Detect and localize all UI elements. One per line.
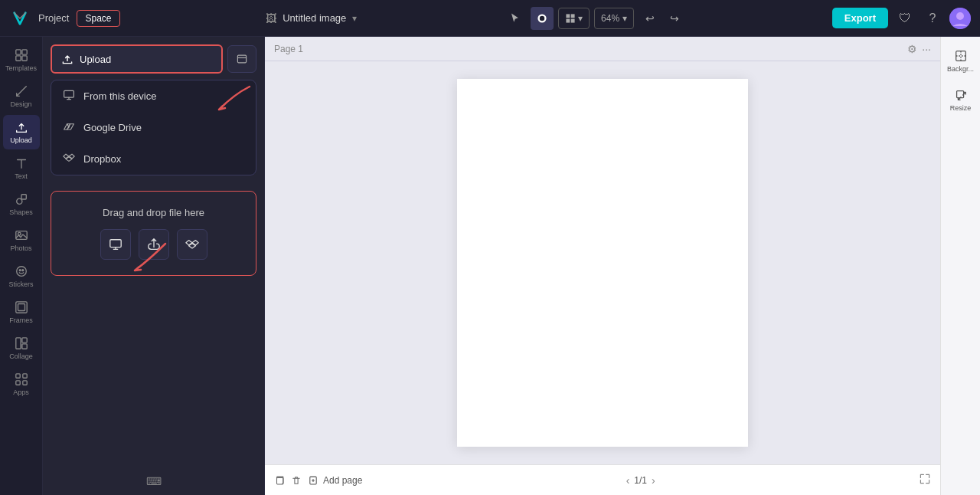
svg-rect-34: [956, 91, 963, 98]
upload-button-row: Upload: [51, 44, 256, 74]
canvas-top-bar: Page 1 ⚙ ···: [265, 37, 940, 61]
svg-rect-13: [21, 195, 26, 199]
topbar-right: Export 🛡 ?: [832, 8, 971, 29]
svg-point-17: [19, 270, 21, 271]
upload-dropdown: From this device Google Drive: [51, 80, 256, 175]
svg-rect-27: [22, 381, 26, 385]
delete-page-button[interactable]: [291, 475, 302, 486]
resize-label: Resize: [950, 104, 972, 112]
svg-rect-10: [15, 56, 20, 61]
pointer-tool-button[interactable]: [503, 7, 526, 30]
background-panel-button[interactable]: Backgr...: [944, 43, 978, 79]
sidebar-item-upload-label: Upload: [10, 136, 32, 144]
export-button[interactable]: Export: [832, 8, 888, 28]
sidebar-item-photos[interactable]: Photos: [3, 223, 40, 257]
sidebar-item-upload[interactable]: Upload: [3, 115, 40, 149]
drag-upload-icon-button[interactable]: [139, 229, 169, 260]
upload-main-button[interactable]: Upload: [51, 44, 223, 74]
logo-icon[interactable]: [9, 8, 31, 29]
drag-device-icon-button[interactable]: [100, 229, 131, 260]
svg-point-16: [16, 267, 26, 277]
user-avatar[interactable]: [949, 8, 971, 29]
dropdown-item-device-label: From this device: [83, 90, 156, 102]
topbar-center: 🖼 Untitled image ▾: [266, 12, 357, 25]
layout-button[interactable]: ▾: [558, 8, 590, 29]
canvas-settings-button[interactable]: ⚙: [907, 43, 917, 55]
icon-nav: Templates Design Upload Text: [0, 37, 43, 495]
svg-point-1: [540, 15, 544, 20]
title-dropdown-button[interactable]: ▾: [352, 13, 357, 24]
sidebar-item-collage[interactable]: Collage: [3, 331, 40, 366]
svg-rect-2: [566, 14, 570, 18]
svg-rect-26: [15, 381, 19, 385]
sidebar-item-design-label: Design: [10, 100, 31, 108]
main-layout: Templates Design Upload Text: [0, 37, 980, 495]
resize-panel-button[interactable]: Resize: [944, 82, 978, 118]
document-title: Untitled image: [283, 12, 346, 24]
svg-rect-14: [15, 231, 26, 240]
dropdown-item-dropbox[interactable]: Dropbox: [51, 143, 256, 175]
sidebar-item-frames[interactable]: Frames: [3, 295, 40, 329]
dropdown-item-dropbox-label: Dropbox: [83, 153, 121, 165]
sidebar-item-apps[interactable]: Apps: [3, 367, 40, 402]
add-page-button[interactable]: Add page: [308, 475, 362, 486]
sidebar-item-templates[interactable]: Templates: [3, 43, 40, 77]
svg-rect-20: [18, 304, 24, 311]
monitor-icon: [62, 89, 76, 103]
sidebar-item-stickers[interactable]: Stickers: [3, 259, 40, 293]
redo-button[interactable]: ↪: [663, 7, 686, 30]
svg-rect-11: [21, 56, 26, 61]
svg-rect-23: [21, 344, 26, 349]
canvas-more-button[interactable]: ···: [922, 43, 931, 55]
sidebar-item-photos-label: Photos: [10, 244, 31, 252]
dropdown-item-gdrive[interactable]: Google Drive: [51, 112, 256, 143]
drag-drop-container: Drag and drop file here: [43, 175, 264, 291]
sidebar-item-templates-label: Templates: [5, 64, 37, 72]
prev-page-button[interactable]: ‹: [626, 474, 630, 487]
fit-to-screen-button[interactable]: [919, 473, 931, 487]
bottom-bar: Add page ‹ 1/1 ›: [265, 464, 940, 495]
topbar: Project Space 🖼 Untitled image ▾ ▾ 64%▾ …: [0, 0, 980, 37]
upload-section: Upload: [43, 37, 264, 80]
svg-rect-3: [571, 14, 575, 18]
eraser-tool-button[interactable]: [531, 7, 554, 30]
drag-dropbox-icon-button[interactable]: [177, 229, 207, 260]
svg-rect-21: [15, 338, 20, 349]
sidebar-item-apps-label: Apps: [13, 388, 29, 396]
sidebar-item-design[interactable]: Design: [3, 79, 40, 113]
svg-rect-9: [21, 50, 26, 54]
undo-button[interactable]: ↩: [639, 7, 662, 30]
svg-rect-30: [109, 240, 120, 248]
keyboard-shortcut-button[interactable]: ⌨: [146, 475, 162, 487]
topbar-tools: ▾ 64%▾ ↩ ↪: [503, 7, 686, 30]
svg-rect-29: [64, 90, 74, 97]
add-page-label: Add page: [323, 475, 362, 486]
gdrive-icon: [62, 120, 76, 135]
bottom-right: [919, 473, 931, 487]
sidebar-item-frames-label: Frames: [9, 316, 33, 324]
page-label: Page 1: [274, 44, 303, 54]
help-icon-button[interactable]: ?: [922, 8, 943, 29]
shield-icon-button[interactable]: 🛡: [894, 8, 916, 29]
drag-drop-label: Drag and drop file here: [103, 207, 204, 218]
right-panel: Backgr... Resize: [940, 37, 980, 495]
next-page-button[interactable]: ›: [652, 474, 655, 487]
sidebar-item-shapes[interactable]: Shapes: [3, 187, 40, 221]
drag-drop-icons: [100, 229, 207, 260]
dropdown-item-device[interactable]: From this device: [51, 80, 256, 112]
side-panel-bottom: ⌨: [43, 467, 264, 495]
copy-page-button[interactable]: [274, 475, 285, 486]
upload-icon-only-button[interactable]: [227, 45, 256, 73]
svg-rect-8: [15, 50, 20, 54]
drag-drop-area[interactable]: Drag and drop file here: [51, 191, 256, 276]
space-button[interactable]: Space: [77, 10, 119, 27]
sidebar-item-stickers-label: Stickers: [8, 280, 33, 288]
sidebar-item-text[interactable]: Text: [3, 151, 40, 185]
side-panel: Upload From th: [43, 37, 265, 495]
svg-rect-22: [21, 338, 26, 343]
zoom-button[interactable]: 64%▾: [594, 8, 634, 29]
dropbox-icon: [62, 152, 76, 166]
canvas-area: Page 1 ⚙ ···: [265, 37, 940, 495]
doc-icon: 🖼: [266, 12, 276, 25]
svg-rect-5: [571, 18, 575, 22]
